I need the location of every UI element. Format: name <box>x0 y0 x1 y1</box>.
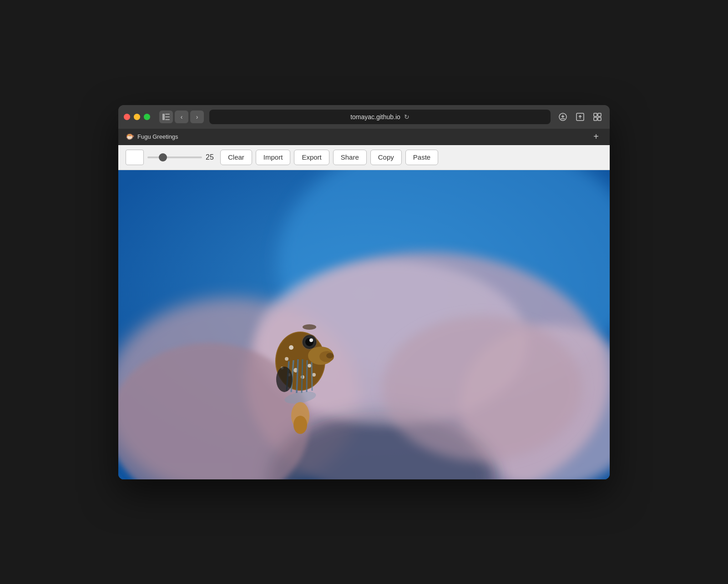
svg-point-50 <box>293 416 307 434</box>
tab-bar: 🐡 Fugu Greetings + <box>118 129 610 145</box>
copy-button[interactable]: Copy <box>370 150 402 165</box>
active-tab[interactable]: 🐡 Fugu Greetings <box>126 132 178 141</box>
minimize-button[interactable] <box>134 114 140 120</box>
export-button[interactable]: Export <box>294 150 329 165</box>
tab-title: Fugu Greetings <box>137 133 178 140</box>
share-button[interactable] <box>573 111 587 123</box>
clear-button[interactable]: Clear <box>220 150 252 165</box>
svg-point-47 <box>326 353 334 358</box>
browser-actions <box>556 111 604 123</box>
svg-point-43 <box>309 338 313 342</box>
svg-point-18 <box>382 316 582 461</box>
address-bar[interactable]: tomayac.github.io ↻ <box>209 110 551 124</box>
title-bar: ‹ › tomayac.github.io ↻ <box>118 105 610 129</box>
svg-point-51 <box>303 324 316 330</box>
canvas-svg <box>118 170 610 479</box>
svg-rect-3 <box>165 119 170 120</box>
share-app-button[interactable]: Share <box>333 150 367 165</box>
back-button[interactable]: ‹ <box>175 111 188 123</box>
svg-rect-7 <box>594 113 597 116</box>
forward-icon: › <box>196 113 198 121</box>
download-button[interactable] <box>556 111 570 123</box>
traffic-lights <box>124 114 150 120</box>
color-picker[interactable] <box>126 150 144 165</box>
tab-favicon: 🐡 <box>126 132 135 141</box>
refresh-icon[interactable]: ↻ <box>404 113 410 121</box>
browser-window: ‹ › tomayac.github.io ↻ <box>118 105 610 479</box>
nav-buttons: ‹ › <box>156 111 204 123</box>
svg-line-37 <box>307 360 307 392</box>
new-tab-plus-button[interactable]: + <box>590 130 602 143</box>
fullscreen-button[interactable] <box>144 114 150 120</box>
url-text: tomayac.github.io <box>350 113 400 121</box>
sidebar-toggle-button[interactable] <box>159 111 173 123</box>
new-tab-button[interactable] <box>591 111 604 123</box>
svg-rect-9 <box>594 117 597 121</box>
forward-button[interactable]: › <box>190 111 204 123</box>
import-button[interactable]: Import <box>256 150 291 165</box>
app-toolbar: 25 Clear Import Export Share Copy Paste <box>118 145 610 170</box>
paste-button[interactable]: Paste <box>405 150 438 165</box>
drawing-canvas[interactable] <box>118 170 610 479</box>
svg-point-25 <box>285 357 288 361</box>
brush-size-slider[interactable] <box>147 156 202 158</box>
back-icon: ‹ <box>181 113 183 121</box>
svg-point-39 <box>276 367 293 392</box>
svg-rect-0 <box>162 114 165 120</box>
svg-point-28 <box>312 373 316 377</box>
svg-rect-2 <box>165 116 170 117</box>
svg-rect-10 <box>598 117 601 121</box>
svg-rect-1 <box>165 114 170 115</box>
brush-size-control: 25 <box>147 153 217 161</box>
svg-point-22 <box>289 345 293 350</box>
close-button[interactable] <box>124 114 130 120</box>
svg-line-36 <box>302 359 303 393</box>
brush-size-value: 25 <box>206 153 217 161</box>
svg-line-38 <box>312 362 312 391</box>
svg-rect-8 <box>598 113 601 116</box>
svg-point-26 <box>308 364 311 368</box>
